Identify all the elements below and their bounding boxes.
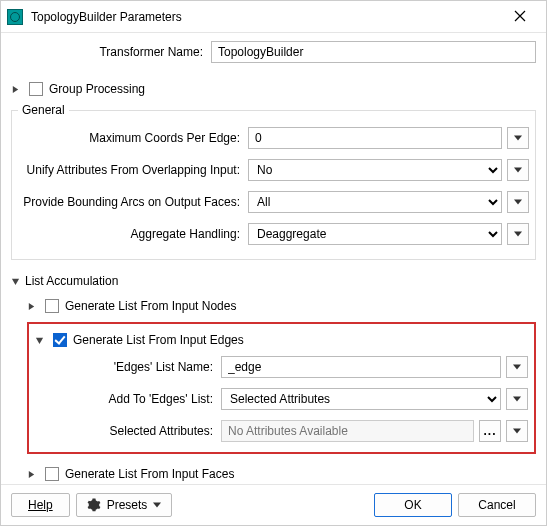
general-group: General Maximum Coords Per Edge: Unify A…: [11, 103, 536, 260]
list-faces-title: Generate List From Input Faces: [65, 467, 234, 481]
cancel-button[interactable]: Cancel: [458, 493, 536, 517]
bounding-row: Provide Bounding Arcs on Output Faces: A…: [18, 191, 529, 213]
gear-icon: [87, 498, 101, 512]
transformer-name-label: Transformer Name:: [11, 45, 211, 59]
edges-selattrs-browse-button[interactable]: ...: [479, 420, 501, 442]
expand-down-icon: [11, 277, 21, 286]
close-icon: [514, 10, 526, 22]
max-coords-label: Maximum Coords Per Edge:: [18, 131, 248, 145]
list-nodes-title: Generate List From Input Nodes: [65, 299, 236, 313]
unify-menu-button[interactable]: [507, 159, 529, 181]
dialog-window: TopologyBuilder Parameters Transformer N…: [0, 0, 547, 526]
max-coords-menu-button[interactable]: [507, 127, 529, 149]
edges-list-name-input[interactable]: [221, 356, 501, 378]
expand-right-icon: [27, 302, 37, 311]
list-accumulation-title: List Accumulation: [25, 274, 118, 288]
expand-down-icon: [35, 336, 45, 345]
caret-down-icon: [513, 428, 521, 434]
aggregate-row: Aggregate Handling: Deaggregate: [18, 223, 529, 245]
list-accumulation-expander[interactable]: List Accumulation: [11, 268, 536, 292]
general-legend: General: [18, 103, 69, 117]
aggregate-menu-button[interactable]: [507, 223, 529, 245]
list-accumulation-body: Generate List From Input Nodes Generate …: [11, 292, 536, 484]
titlebar: TopologyBuilder Parameters: [1, 1, 546, 33]
caret-down-icon: [514, 135, 522, 141]
bounding-label: Provide Bounding Arcs on Output Faces:: [18, 195, 248, 209]
max-coords-row: Maximum Coords Per Edge:: [18, 127, 529, 149]
aggregate-label: Aggregate Handling:: [18, 227, 248, 241]
caret-down-icon: [514, 167, 522, 173]
caret-down-icon: [153, 502, 161, 508]
edges-selattrs-input[interactable]: [221, 420, 474, 442]
bounding-menu-button[interactable]: [507, 191, 529, 213]
caret-down-icon: [513, 396, 521, 402]
group-processing-checkbox[interactable]: [29, 82, 43, 96]
edges-selattrs-menu-button[interactable]: [506, 420, 528, 442]
expand-right-icon: [27, 470, 37, 479]
transformer-name-input[interactable]: [211, 41, 536, 63]
ellipsis-icon: ...: [483, 424, 496, 438]
list-edges-expander[interactable]: Generate List From Input Edges: [35, 328, 528, 356]
window-title: TopologyBuilder Parameters: [31, 10, 500, 24]
edges-add-to-menu-button[interactable]: [506, 388, 528, 410]
edges-list-name-menu-button[interactable]: [506, 356, 528, 378]
edges-list-name-row: 'Edges' List Name:: [71, 356, 528, 378]
expand-right-icon: [11, 85, 21, 94]
caret-down-icon: [514, 199, 522, 205]
list-faces-expander[interactable]: Generate List From Input Faces: [27, 460, 536, 484]
edges-add-to-select[interactable]: Selected Attributes: [221, 388, 501, 410]
presets-button[interactable]: Presets: [76, 493, 173, 517]
group-processing-expander[interactable]: Group Processing: [11, 73, 536, 103]
list-nodes-checkbox[interactable]: [45, 299, 59, 313]
transformer-name-row: Transformer Name:: [11, 41, 536, 63]
edges-add-to-label: Add To 'Edges' List:: [71, 392, 221, 406]
unify-label: Unify Attributes From Overlapping Input:: [18, 163, 248, 177]
edges-selattrs-label: Selected Attributes:: [71, 424, 221, 438]
list-edges-title: Generate List From Input Edges: [73, 333, 244, 347]
aggregate-select[interactable]: Deaggregate: [248, 223, 502, 245]
group-processing-title: Group Processing: [49, 82, 145, 96]
edges-add-to-row: Add To 'Edges' List: Selected Attributes: [71, 388, 528, 410]
bounding-select[interactable]: All: [248, 191, 502, 213]
ok-button[interactable]: OK: [374, 493, 452, 517]
presets-label: Presets: [107, 498, 148, 512]
list-edges-box: Generate List From Input Edges 'Edges' L…: [27, 322, 536, 454]
edges-selattrs-row: Selected Attributes: ...: [71, 420, 528, 442]
list-nodes-expander[interactable]: Generate List From Input Nodes: [27, 292, 536, 320]
dialog-content: Transformer Name: Group Processing Gener…: [1, 33, 546, 484]
list-edges-fields: 'Edges' List Name: Add To 'Edges' List: …: [35, 356, 528, 442]
list-edges-checkbox[interactable]: [53, 333, 67, 347]
max-coords-input[interactable]: [248, 127, 502, 149]
list-faces-checkbox[interactable]: [45, 467, 59, 481]
caret-down-icon: [514, 231, 522, 237]
edges-list-name-label: 'Edges' List Name:: [71, 360, 221, 374]
dialog-footer: Help Presets OK Cancel: [1, 484, 546, 525]
unify-row: Unify Attributes From Overlapping Input:…: [18, 159, 529, 181]
unify-select[interactable]: No: [248, 159, 502, 181]
help-button[interactable]: Help: [11, 493, 70, 517]
caret-down-icon: [513, 364, 521, 370]
app-icon: [7, 9, 23, 25]
close-button[interactable]: [500, 9, 540, 25]
